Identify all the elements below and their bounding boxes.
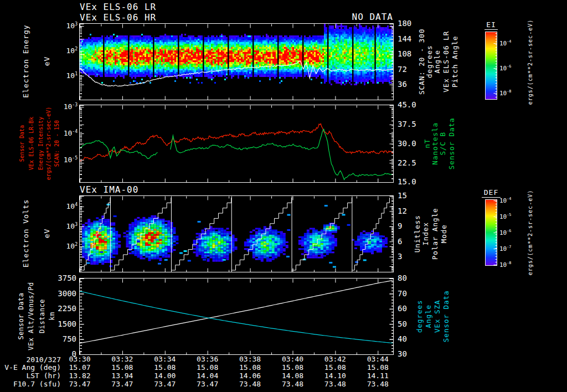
table-value: 73.47 [60, 380, 99, 388]
time-tick-label: 03:36 [188, 355, 227, 363]
intensity-axis-label: Sensor Data [19, 94, 25, 193]
time-tick-label: 03:34 [146, 355, 184, 363]
bfield-axis-label: Nanotesla [432, 94, 439, 193]
bfield-axis-label: nT [424, 94, 431, 193]
table-value: 14.06 [231, 372, 270, 379]
altitude-axis-label: VEx Alt/Venus/Pd [28, 266, 34, 366]
table-value: 15.08 [274, 364, 312, 371]
altitude-axis-label: km [49, 266, 55, 366]
def-colorbar [485, 199, 497, 266]
table-value: 14.10 [316, 372, 354, 379]
time-tick-label: 03:42 [316, 355, 354, 363]
ei-colorbar-title: EI [484, 21, 498, 30]
altitude-axis-label: Sensor Data [18, 266, 24, 366]
altitude-sza-canvas [79, 278, 394, 355]
ima-spectrogram-canvas [79, 195, 394, 272]
table-value: 15.08 [103, 364, 142, 371]
table-value: 15.08 [358, 364, 397, 371]
intensity-axis-label: VEx ELS-06 LR-Bk [29, 94, 34, 193]
table-value: 15.07 [60, 364, 99, 371]
els-pitch-spectrogram-canvas [79, 23, 394, 100]
table-value: 73.48 [231, 380, 270, 388]
sza-axis-label: Angle [425, 266, 432, 366]
def-colorbar-title: DEF [482, 189, 501, 198]
sza-axis-label: VEx SZA [434, 266, 441, 366]
table-value: 73.47 [188, 380, 227, 388]
table-row-label: F10.7 (sfu) [0, 380, 61, 388]
table-value: 15.08 [146, 364, 184, 371]
table-value: 15.08 [316, 364, 354, 371]
sza-axis-label: Sensor Data [443, 266, 450, 366]
intensity-axis-label: Energy Intensity [38, 94, 44, 193]
ei-colorbar-units-label: ergs/(cm**2-sr-sec-eV) [528, 12, 533, 112]
time-tick-label: 03:32 [103, 355, 142, 363]
panel-title-els-hr: VEx ELS-06 HR [80, 13, 156, 22]
table-row-label: V-E Ang (deg) [0, 364, 61, 371]
panel-title-ima: VEx IMA-00 [80, 185, 138, 194]
els-intensity-bfield-canvas [79, 105, 394, 183]
table-value: 73.48 [358, 380, 397, 388]
table-value: 14.08 [274, 372, 312, 379]
time-tick-label: 03:44 [358, 355, 397, 363]
table-value: 15.08 [231, 364, 270, 371]
table-row-label: LST (hr) [0, 372, 61, 379]
table-value: 14.00 [146, 372, 184, 379]
intensity-axis-label: ergs/(cm**2-sr-sec-eV) [46, 94, 51, 193]
table-value: 13.94 [103, 372, 142, 379]
time-tick-label: 03:38 [231, 355, 270, 363]
table-value: 13.82 [60, 372, 99, 379]
table-value: 73.48 [274, 380, 312, 388]
table-value: 73.48 [316, 380, 354, 388]
table-value: 14.11 [358, 372, 397, 379]
table-value: 73.47 [146, 380, 184, 388]
intensity-axis-label: SCAN: 20 - 150 [54, 94, 60, 193]
time-tick-label: 03:40 [274, 355, 312, 363]
time-tick-label: 03:30 [60, 355, 99, 363]
sza-axis-label: degrees [416, 266, 424, 366]
table-value: 73.47 [103, 380, 142, 388]
bfield-axis-label: S/C B [440, 94, 447, 193]
altitude-axis-label: Distance [39, 266, 45, 366]
vex-orbit-summary-plot: VEx ELS-06 LR VEx ELS-06 HR NO DATA VEx … [0, 0, 567, 392]
def-colorbar-units-label: ergs/(cm**2-sr-sec-eV) [528, 183, 533, 282]
bfield-axis-label: Sensor Data [449, 94, 456, 193]
no-data-label: NO DATA [266, 13, 393, 22]
ei-colorbar [485, 32, 497, 100]
table-value: 15.08 [188, 364, 227, 371]
table-value: 14.04 [188, 372, 227, 379]
panel-title-els-lr: VEx ELS-06 LR [80, 3, 156, 12]
